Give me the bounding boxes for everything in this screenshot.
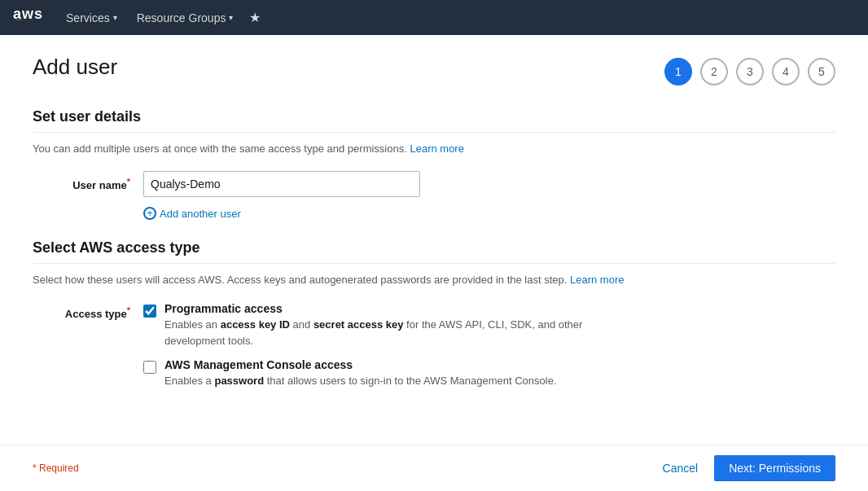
page-footer: * Required Cancel Next: Permissions — [0, 445, 868, 491]
resource-groups-menu[interactable]: Resource Groups ▾ — [127, 0, 243, 35]
page-wrapper: Add user 1 2 3 4 5 Set user details You … — [0, 35, 868, 491]
access-options: Programmatic access Enables an access ke… — [143, 302, 620, 389]
access-type-section: Select AWS access type Select how these … — [33, 239, 835, 389]
programmatic-access-desc: Enables an access key ID and secret acce… — [164, 317, 620, 349]
services-caret: ▾ — [113, 13, 117, 22]
cancel-button[interactable]: Cancel — [655, 457, 707, 480]
favorites-icon[interactable]: ★ — [243, 10, 267, 25]
access-type-learn-more[interactable]: Learn more — [570, 274, 624, 286]
access-type-row: Access type* Programmatic access Enables… — [33, 302, 835, 389]
console-access-title: AWS Management Console access — [164, 358, 557, 371]
user-details-title: Set user details — [33, 108, 835, 133]
step-5[interactable]: 5 — [808, 58, 835, 85]
page-content: Add user 1 2 3 4 5 Set user details You … — [0, 35, 868, 445]
programmatic-access-content: Programmatic access Enables an access ke… — [164, 302, 620, 349]
resource-groups-label: Resource Groups — [137, 11, 226, 24]
user-details-desc: You can add multiple users at once with … — [33, 142, 835, 155]
access-type-title: Select AWS access type — [33, 239, 835, 264]
next-permissions-button[interactable]: Next: Permissions — [714, 455, 835, 481]
username-label: User name* — [33, 171, 130, 191]
required-note: * Required — [33, 463, 79, 474]
footer-actions: Cancel Next: Permissions — [655, 455, 835, 481]
username-input[interactable] — [143, 171, 420, 197]
user-details-section: Set user details You can add multiple us… — [33, 108, 835, 220]
console-access-checkbox[interactable] — [143, 361, 156, 374]
step-1[interactable]: 1 — [664, 58, 692, 85]
programmatic-access-checkbox[interactable] — [143, 305, 156, 318]
console-access-desc: Enables a password that allows users to … — [164, 373, 557, 389]
resource-groups-caret: ▾ — [229, 13, 233, 22]
top-navigation: aws ⌒ Services ▾ Resource Groups ▾ ★ — [0, 0, 868, 35]
programmatic-access-option: Programmatic access Enables an access ke… — [143, 302, 620, 349]
programmatic-access-title: Programmatic access — [164, 302, 620, 315]
page-title: Add user — [33, 55, 117, 80]
user-details-learn-more[interactable]: Learn more — [410, 142, 463, 155]
step-2[interactable]: 2 — [700, 58, 728, 85]
user-details-desc-text: You can add multiple users at once with … — [33, 142, 407, 155]
page-header: Add user 1 2 3 4 5 — [33, 55, 835, 85]
console-access-content: AWS Management Console access Enables a … — [164, 358, 557, 389]
step-indicators: 1 2 3 4 5 — [664, 58, 835, 85]
aws-logo[interactable]: aws ⌒ — [13, 6, 43, 29]
console-access-option: AWS Management Console access Enables a … — [143, 358, 620, 389]
services-menu[interactable]: Services ▾ — [56, 0, 127, 35]
add-another-icon: + — [143, 207, 156, 220]
step-3[interactable]: 3 — [736, 58, 764, 85]
add-another-label: Add another user — [160, 208, 241, 220]
services-label: Services — [66, 11, 110, 24]
access-type-label: Access type* — [33, 302, 130, 320]
access-type-desc-text: Select how these users will access AWS. … — [33, 274, 567, 286]
access-type-desc: Select how these users will access AWS. … — [33, 274, 835, 286]
step-4[interactable]: 4 — [772, 58, 800, 85]
username-row: User name* — [33, 171, 835, 197]
add-another-user-link[interactable]: + Add another user — [143, 207, 835, 220]
